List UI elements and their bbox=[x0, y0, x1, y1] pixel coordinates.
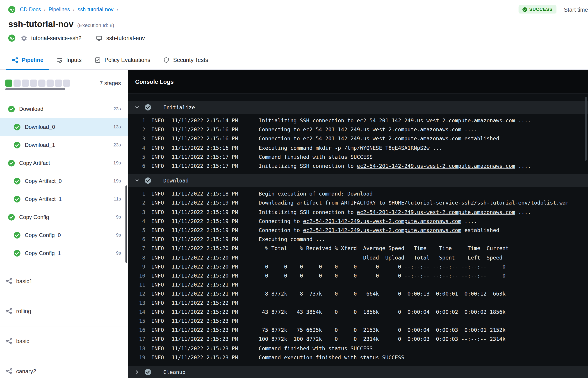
log-host-link[interactable]: ec2-54-201-142-249.us-west-2.compute.ama… bbox=[357, 118, 515, 124]
log-text: Executing command ... bbox=[259, 236, 325, 243]
minimap-scrollbar[interactable] bbox=[5, 88, 65, 90]
log-timestamp: 11/11/2022 2:15:23 PM bbox=[172, 335, 239, 344]
tab-inputs[interactable]: Inputs bbox=[50, 50, 88, 69]
stage-item-copy-artifact-0[interactable]: Copy Artifact_019s bbox=[0, 172, 128, 190]
log-line-number: 8 bbox=[128, 253, 145, 262]
stage-item-download-1[interactable]: Download_123s bbox=[0, 136, 128, 154]
log-line: 11INFO11/11/2022 2:15:21 PM bbox=[128, 280, 588, 289]
log-section-header-download[interactable]: Download bbox=[128, 174, 588, 187]
stage-item-copy-artifact[interactable]: Copy Artifact19s bbox=[0, 154, 128, 172]
success-check-icon bbox=[13, 250, 21, 257]
log-line: 16INFO11/11/2022 2:15:23 PM 75 8772k 75 … bbox=[128, 325, 588, 335]
chevron-right-icon[interactable] bbox=[134, 369, 140, 375]
console-logs-panel: Console Logs Initialize1INFO11/11/2022 2… bbox=[128, 70, 588, 378]
breadcrumb-separator: › bbox=[73, 7, 75, 12]
log-text: Connection to bbox=[259, 135, 303, 142]
log-host-link[interactable]: ec2-54-201-142-249.us-west-2.compute.ama… bbox=[303, 227, 461, 233]
service-name[interactable]: tutorial-service-ssh2 bbox=[31, 35, 81, 41]
stage-item-copy-artifact-1[interactable]: Copy Artifact_111s bbox=[0, 190, 128, 208]
stage-label: Copy Config_0 bbox=[25, 232, 61, 238]
log-line-number: 3 bbox=[128, 207, 145, 216]
stage-progress-segment bbox=[55, 80, 62, 87]
stage-progress-minimap bbox=[5, 80, 70, 87]
log-line: 5INFO11/11/2022 2:15:17 PMCommand finish… bbox=[128, 152, 588, 161]
log-message: 43 8772k 43 3854k 0 0 1856k 0 0:00:04 0:… bbox=[259, 308, 506, 316]
pipeline-item-canary2[interactable]: canary2 bbox=[0, 356, 128, 378]
log-host-link[interactable]: ec2-54-201-142-249.us-west-2.compute.ama… bbox=[357, 163, 515, 169]
log-text: 0 0 0 0 0 0 0 0 --:--:-- --:--:-- --:--:… bbox=[259, 264, 506, 270]
log-line: 9INFO11/11/2022 2:15:20 PM 0 0 0 0 0 0 0… bbox=[128, 262, 588, 271]
stage-label: Download_1 bbox=[25, 142, 55, 148]
console-scrollbar[interactable] bbox=[585, 97, 587, 161]
log-timestamp: 11/11/2022 2:15:21 PM bbox=[172, 289, 239, 298]
log-level: INFO bbox=[151, 189, 166, 198]
log-text: established bbox=[461, 135, 499, 142]
pipeline-item-rolling[interactable]: rolling bbox=[0, 296, 128, 326]
log-level: INFO bbox=[151, 316, 166, 325]
log-line: 17INFO11/11/2022 2:15:23 PM100 8772k 100… bbox=[128, 335, 588, 344]
stage-item-download[interactable]: Download23s bbox=[0, 100, 128, 118]
tab-label: Inputs bbox=[66, 57, 81, 63]
chevron-down-icon[interactable] bbox=[134, 178, 140, 184]
log-host-link[interactable]: ec2-54-201-142-249.us-west-2.compute.ama… bbox=[303, 127, 461, 133]
log-timestamp: 11/11/2022 2:15:19 PM bbox=[172, 199, 239, 207]
stage-label: Copy Config bbox=[19, 214, 49, 220]
log-level: INFO bbox=[151, 216, 166, 226]
breadcrumb-link-pipelines[interactable]: Pipelines bbox=[49, 6, 70, 12]
stage-item-copy-config-0[interactable]: Copy Config_09s bbox=[0, 226, 128, 244]
log-message: Connecting to ec2-54-201-142-249.us-west… bbox=[259, 125, 477, 134]
stage-item-copy-config[interactable]: Copy Config9s bbox=[0, 208, 128, 226]
log-line: 2INFO11/11/2022 2:15:19 PMDownloading ar… bbox=[128, 199, 588, 207]
log-line-number: 16 bbox=[128, 325, 145, 335]
status-badge-label: SUCCESS bbox=[529, 7, 553, 12]
log-timestamp: 11/11/2022 2:15:20 PM bbox=[172, 271, 239, 280]
log-text: Begin execution of command: Download bbox=[259, 191, 373, 197]
sidebar-scrollbar[interactable] bbox=[125, 185, 127, 263]
breadcrumb-link-cd-docs[interactable]: CD Docs bbox=[20, 6, 41, 12]
log-line-number: 15 bbox=[128, 316, 145, 325]
stage-label: Download_0 bbox=[25, 124, 55, 130]
stage-duration: 23s bbox=[113, 142, 121, 148]
log-timestamp: 11/11/2022 2:15:17 PM bbox=[172, 152, 239, 161]
log-host-link[interactable]: ec2-54-201-142-249.us-west-2.compute.ama… bbox=[303, 218, 461, 224]
tab-policy-evaluations[interactable]: Policy Evaluations bbox=[88, 50, 157, 69]
log-message: Command finished with status SUCCESS bbox=[259, 344, 373, 353]
harness-logo-icon bbox=[8, 34, 15, 42]
environment-icon bbox=[96, 35, 103, 41]
log-timestamp: 11/11/2022 2:15:19 PM bbox=[172, 216, 239, 226]
log-timestamp: 11/11/2022 2:15:21 PM bbox=[172, 280, 239, 289]
log-line: 1INFO11/11/2022 2:15:14 PMInitializing S… bbox=[128, 116, 588, 125]
environment-name[interactable]: ssh-tutorial-env bbox=[106, 35, 145, 41]
log-section-header-initialize[interactable]: Initialize bbox=[128, 101, 588, 114]
log-level: INFO bbox=[151, 143, 166, 152]
log-timestamp: 11/11/2022 2:15:19 PM bbox=[172, 207, 239, 216]
stages-sidebar: 7 stages Download23sDownload_013sDownloa… bbox=[0, 70, 128, 378]
log-line-number: 5 bbox=[128, 226, 145, 235]
chevron-down-icon[interactable] bbox=[134, 104, 140, 110]
pipeline-item-basic1[interactable]: basic1 bbox=[0, 266, 128, 296]
tab-bar: PipelineInputsPolicy EvaluationsSecurity… bbox=[0, 50, 588, 70]
log-host-link[interactable]: ec2-54-201-142-249.us-west-2.compute.ama… bbox=[357, 209, 515, 215]
breadcrumb-row: CD Docs›Pipelines›ssh-tutorial-nov› SUCC… bbox=[0, 0, 588, 14]
log-host-link[interactable]: ec2-54-201-142-249.us-west-2.compute.ama… bbox=[303, 135, 461, 142]
stage-progress-segment bbox=[63, 80, 70, 87]
page-title: ssh-tutorial-nov bbox=[8, 19, 74, 29]
stage-label: Copy Artifact_1 bbox=[25, 196, 62, 202]
pipeline-item-basic[interactable]: basic bbox=[0, 326, 128, 356]
log-line: 1INFO11/11/2022 2:15:18 PMBegin executio… bbox=[128, 189, 588, 198]
tab-security-tests[interactable]: Security Tests bbox=[157, 50, 214, 69]
log-section-header-cleanup[interactable]: Cleanup bbox=[128, 366, 588, 378]
main-content: 7 stages Download23sDownload_013sDownloa… bbox=[0, 70, 588, 378]
log-timestamp: 11/11/2022 2:15:23 PM bbox=[172, 325, 239, 335]
stage-item-copy-config-1[interactable]: Copy Config_19s bbox=[0, 244, 128, 262]
tab-pipeline[interactable]: Pipeline bbox=[5, 50, 50, 69]
log-timestamp: 11/11/2022 2:15:19 PM bbox=[172, 235, 239, 244]
log-line: 14INFO11/11/2022 2:15:22 PM 43 8772k 43 … bbox=[128, 308, 588, 316]
stage-item-download-0[interactable]: Download_013s bbox=[0, 118, 128, 136]
stage-label: Copy Artifact_0 bbox=[25, 178, 62, 184]
stage-progress-segment bbox=[30, 80, 37, 87]
log-line: 6INFO11/11/2022 2:15:19 PMExecuting comm… bbox=[128, 235, 588, 244]
log-line-number: 6 bbox=[128, 162, 145, 171]
breadcrumb-link-ssh-tutorial-nov[interactable]: ssh-tutorial-nov bbox=[78, 6, 114, 12]
log-line-number: 7 bbox=[128, 244, 145, 253]
